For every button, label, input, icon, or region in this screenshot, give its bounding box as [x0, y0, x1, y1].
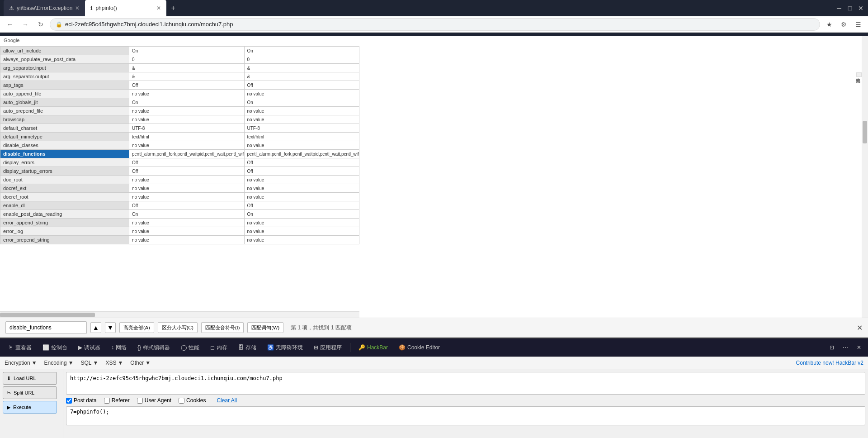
- tab-bar: ⚠ yii\base\ErrorException ✕ ℹ phpinfo() …: [0, 0, 868, 16]
- devtools-tab-storage[interactable]: 🗄 存储: [234, 342, 261, 353]
- user-agent-checkbox[interactable]: [137, 398, 143, 404]
- find-whole-words-button[interactable]: 匹配词句(W): [247, 322, 283, 333]
- table-row: browscapno valueno value: [0, 115, 359, 124]
- devtools-dock-button[interactable]: ⊡: [826, 342, 837, 353]
- hackbar-menu-encryption[interactable]: Encryption ▼: [5, 360, 37, 366]
- phpinfo-row-local: no value: [129, 227, 244, 236]
- user-agent-label: User Agent: [145, 397, 171, 404]
- devtools-tab-accessibility[interactable]: ♿ 无障碍环境: [263, 342, 307, 353]
- devtools-tab-inspector[interactable]: 🖱 查看器: [4, 342, 36, 353]
- devtools-close-button[interactable]: ✕: [854, 342, 864, 353]
- split-url-button[interactable]: ✂ Split URL: [3, 386, 57, 399]
- url-bar[interactable]: 🔒 eci-2zefc95c45rhgwhc7bmj.cloudeci1.ich…: [50, 18, 820, 31]
- devtools-tab-hackbar[interactable]: 🔑 HackBar: [354, 343, 392, 352]
- performance-label: 性能: [189, 344, 199, 352]
- devtools-tab-console[interactable]: ⬜ 控制台: [38, 342, 72, 353]
- hackbar-menu-sql[interactable]: SQL ▼: [81, 360, 99, 366]
- phpinfo-row-name: default_charset: [0, 124, 129, 133]
- back-button[interactable]: ←: [4, 18, 16, 31]
- hackbar-menu-encoding[interactable]: Encoding ▼: [44, 360, 74, 366]
- referer-checkbox-label[interactable]: Referer: [104, 397, 130, 404]
- application-icon: ⊞: [314, 344, 318, 351]
- phpinfo-row-local: &: [129, 72, 244, 81]
- hackbar-menu-xss[interactable]: XSS ▼: [105, 360, 123, 366]
- find-prev-button[interactable]: ▲: [90, 322, 101, 333]
- find-input[interactable]: [5, 321, 87, 334]
- debugger-icon: ▶: [78, 344, 82, 351]
- referer-checkbox[interactable]: [104, 398, 110, 404]
- h-scrollbar[interactable]: [0, 311, 359, 318]
- forward-button[interactable]: →: [19, 18, 32, 31]
- phpinfo-row-master: no value: [244, 176, 359, 184]
- phpinfo-table: allow_url_includeOnOnalways_populate_raw…: [0, 46, 359, 244]
- hackbar-menu-other[interactable]: Other ▼: [130, 360, 151, 366]
- devtools-tab-cookie-editor[interactable]: 🍪 Cookie Editor: [394, 343, 444, 352]
- phpinfo-row-master: &: [244, 64, 359, 72]
- debugger-label: 调试器: [84, 344, 100, 352]
- url-text: eci-2zefc95c45rhgwhc7bmj.cloudeci1.ichun…: [65, 21, 233, 28]
- phpinfo-row-master: Off: [244, 201, 359, 210]
- network-label: 网络: [116, 344, 127, 352]
- tab-title-1: yii\base\ErrorException: [17, 5, 72, 11]
- devtools-tab-performance[interactable]: ◯ 性能: [176, 342, 204, 353]
- close-button[interactable]: ✕: [857, 5, 864, 12]
- bookmarks-star-icon[interactable]: ★: [823, 18, 835, 31]
- post-data-input[interactable]: [66, 406, 865, 425]
- find-case-sensitive-button[interactable]: 区分大小写(C): [158, 322, 198, 333]
- find-next-button[interactable]: ▼: [105, 322, 116, 333]
- menu-icon[interactable]: ☰: [852, 18, 864, 31]
- maximize-button[interactable]: □: [846, 5, 854, 12]
- clear-all-link[interactable]: Clear All: [217, 397, 237, 404]
- xss-label: XSS: [105, 360, 116, 366]
- hackbar-panel: Encryption ▼ Encoding ▼ SQL ▼ XSS ▼ Othe…: [0, 357, 868, 438]
- phpinfo-row-name: disable_classes: [0, 141, 129, 150]
- style-editor-icon: {}: [137, 344, 141, 351]
- new-tab-button[interactable]: +: [166, 0, 179, 16]
- devtools-tab-application[interactable]: ⊞ 应用程序: [309, 342, 346, 353]
- phpinfo-row-name: doc_root: [0, 176, 129, 184]
- table-row: auto_globals_jitOnOn: [0, 98, 359, 107]
- devtools-tab-style-editor[interactable]: {} 样式编辑器: [133, 342, 175, 353]
- phpinfo-row-master: no value: [244, 193, 359, 201]
- execute-button[interactable]: ▶ Execute: [3, 401, 57, 414]
- tab-close-2[interactable]: ✕: [156, 5, 161, 11]
- phpinfo-row-master: no value: [244, 90, 359, 98]
- cookies-checkbox[interactable]: [179, 398, 184, 404]
- find-highlight-all-button[interactable]: 高亮全部(A): [119, 322, 154, 333]
- tab-errexception[interactable]: ⚠ yii\base\ErrorException ✕: [4, 0, 85, 16]
- find-diacritics-button[interactable]: 匹配变音符号(I): [201, 322, 244, 333]
- devtools-more-button[interactable]: ⋯: [840, 342, 851, 353]
- find-close-button[interactable]: ✕: [857, 324, 863, 332]
- tab-close-1[interactable]: ✕: [75, 5, 80, 11]
- table-row: display_errorsOffOff: [0, 158, 359, 167]
- table-row: arg_separator.output&&: [0, 72, 359, 81]
- load-url-label: Load URL: [14, 376, 36, 381]
- phpinfo-row-local: no value: [129, 236, 244, 244]
- devtools-tab-memory[interactable]: ◻ 内存: [206, 342, 232, 353]
- devtools-tab-debugger[interactable]: ▶ 调试器: [74, 342, 105, 353]
- v-scrollbar[interactable]: [862, 36, 868, 318]
- phpinfo-row-local: pcntl_alarm,pcntl_fork,pcntl_waitpid,pcn…: [129, 150, 244, 158]
- url-input[interactable]: [66, 372, 865, 395]
- user-agent-checkbox-label[interactable]: User Agent: [137, 397, 171, 404]
- load-url-button[interactable]: ⬇ Load URL: [3, 372, 57, 385]
- phpinfo-row-local: text/html: [129, 133, 244, 141]
- phpinfo-row-master: no value: [244, 141, 359, 150]
- tab-phpinfo[interactable]: ℹ phpinfo() ✕: [85, 0, 166, 16]
- table-row: disable_classesno valueno value: [0, 141, 359, 150]
- phpinfo-row-local: On: [129, 210, 244, 219]
- table-row: arg_separator.input&&: [0, 64, 359, 72]
- hackbar-body: ⬇ Load URL ✂ Split URL ▶ Execute: [0, 369, 868, 438]
- extensions-icon[interactable]: ⚙: [837, 18, 850, 31]
- post-data-checkbox-label[interactable]: Post data: [66, 397, 97, 404]
- other-label: Other: [130, 360, 144, 366]
- reload-button[interactable]: ↻: [34, 18, 47, 31]
- inspector-icon: 🖱: [8, 344, 14, 351]
- minimize-button[interactable]: ─: [835, 5, 843, 12]
- phpinfo-row-name: docref_root: [0, 193, 129, 201]
- hackbar-contribute-link[interactable]: Contribute now! HackBar v2: [796, 360, 863, 366]
- post-data-checkbox[interactable]: [66, 398, 72, 404]
- cookies-checkbox-label[interactable]: Cookies: [179, 397, 206, 404]
- encoding-dropdown-icon: ▼: [68, 360, 74, 366]
- devtools-tab-network[interactable]: ↕ 网络: [107, 342, 131, 353]
